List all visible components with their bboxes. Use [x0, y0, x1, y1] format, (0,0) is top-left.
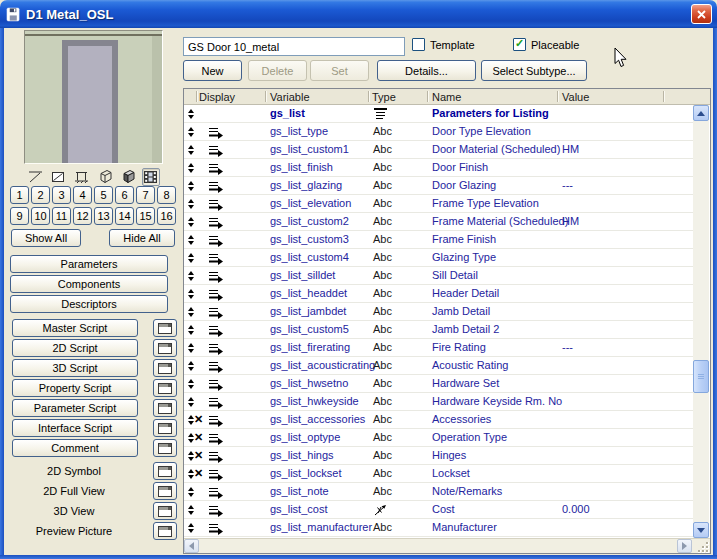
number-button-11[interactable]: 11 [52, 207, 71, 225]
display-in-list-icon[interactable] [208, 504, 224, 519]
display-in-list-icon[interactable] [208, 414, 224, 429]
number-button-16[interactable]: 16 [157, 207, 176, 225]
descriptors-button[interactable]: Descriptors [10, 295, 168, 313]
wire-3d-cube-icon[interactable] [96, 168, 114, 186]
scroll-up-button[interactable] [693, 105, 709, 121]
2d-full-view-window-button[interactable] [153, 482, 177, 500]
parameters-button[interactable]: Parameters [10, 255, 168, 273]
param-row-gs_list_firerating[interactable]: gs_list_fireratingAbcFire Rating--- [184, 339, 694, 357]
param-row-gs_list_custom3[interactable]: gs_list_custom3AbcFrame Finish [184, 231, 694, 249]
display-in-list-icon[interactable] [208, 432, 224, 447]
reorder-handle-icon[interactable] [188, 163, 194, 173]
number-button-8[interactable]: 8 [157, 186, 176, 204]
2d-symbol-window-button[interactable] [153, 462, 177, 480]
2d-script-window-button[interactable] [153, 339, 177, 357]
param-row-gs_list_finish[interactable]: gs_list_finishAbcDoor Finish [184, 159, 694, 177]
param-row-gs_list_type[interactable]: gs_list_typeAbcDoor Type Elevation [184, 123, 694, 141]
reorder-handle-icon[interactable] [188, 379, 194, 389]
reorder-handle-icon[interactable] [188, 145, 194, 155]
number-button-7[interactable]: 7 [136, 186, 155, 204]
param-row-gs_list_accessories[interactable]: ✕gs_list_accessoriesAbcAccessories [184, 411, 694, 429]
display-in-list-icon[interactable] [208, 252, 224, 267]
param-row-gs_list_custom1[interactable]: gs_list_custom1AbcDoor Material (Schedul… [184, 141, 694, 159]
display-in-list-icon[interactable] [208, 396, 224, 411]
reorder-handle-icon[interactable] [188, 343, 194, 353]
number-button-3[interactable]: 3 [52, 186, 71, 204]
param-row-gs_list_custom2[interactable]: gs_list_custom2AbcFrame Material (Schedu… [184, 213, 694, 231]
placeable-checkbox[interactable]: ✓ [513, 38, 526, 51]
close-button[interactable] [691, 4, 712, 24]
comment-button[interactable]: Comment [12, 439, 138, 457]
display-in-list-icon[interactable] [208, 162, 224, 177]
param-row-gs_list_silldet[interactable]: gs_list_silldetAbcSill Detail [184, 267, 694, 285]
master-script-button[interactable]: Master Script [12, 319, 138, 337]
param-row-gs_list_cost[interactable]: gs_list_costCost0.000 [184, 501, 694, 519]
display-in-list-icon[interactable] [208, 288, 224, 303]
interface-script-window-button[interactable] [153, 419, 177, 437]
show-all-button[interactable]: Show All [11, 229, 81, 247]
param-row-gs_list_jambdet[interactable]: gs_list_jambdetAbcJamb Detail [184, 303, 694, 321]
number-button-12[interactable]: 12 [73, 207, 92, 225]
reorder-handle-icon[interactable] [188, 325, 194, 335]
3d-view-window-button[interactable] [153, 502, 177, 520]
reorder-handle-icon[interactable] [188, 307, 194, 317]
reorder-handle-icon[interactable] [188, 487, 194, 497]
display-in-list-icon[interactable] [208, 180, 224, 195]
select-subtype-button[interactable]: Select Subtype... [481, 60, 587, 81]
display-in-list-icon[interactable] [208, 486, 224, 501]
reorder-handle-icon[interactable] [188, 235, 194, 245]
param-row-gs_list_glazing[interactable]: gs_list_glazingAbcDoor Glazing--- [184, 177, 694, 195]
param-row-gs_list_optype[interactable]: ✕gs_list_optypeAbcOperation Type [184, 429, 694, 447]
details-button[interactable]: Details... [377, 60, 476, 81]
vertical-scrollbar[interactable] [693, 105, 709, 538]
scroll-left-button[interactable] [184, 539, 199, 553]
object-name-input[interactable] [183, 37, 405, 56]
param-row-gs_list_headdet[interactable]: gs_list_headdetAbcHeader Detail [184, 285, 694, 303]
reorder-handle-icon[interactable] [188, 253, 194, 263]
number-button-1[interactable]: 1 [10, 186, 29, 204]
3d-script-window-button[interactable] [153, 359, 177, 377]
param-row-gs_list_acousticrating[interactable]: gs_list_acousticratingAbcAcoustic Rating [184, 357, 694, 375]
reorder-handle-icon[interactable] [188, 505, 194, 515]
param-row-gs_list_hwkeyside[interactable]: gs_list_hwkeysideAbcHardware Keyside Rm.… [184, 393, 694, 411]
resize-grip[interactable] [695, 540, 710, 554]
param-row-gs_list_custom4[interactable]: gs_list_custom4AbcGlazing Type [184, 249, 694, 267]
param-row-gs_list_hwsetno[interactable]: gs_list_hwsetnoAbcHardware Set [184, 375, 694, 393]
display-in-list-icon[interactable] [208, 378, 224, 393]
number-button-4[interactable]: 4 [73, 186, 92, 204]
display-in-list-icon[interactable] [208, 270, 224, 285]
template-checkbox[interactable]: ✓ [412, 38, 425, 51]
number-button-6[interactable]: 6 [115, 186, 134, 204]
horizontal-scrollbar[interactable] [184, 538, 710, 553]
display-in-list-icon[interactable] [208, 342, 224, 357]
parameter-script-window-button[interactable] [153, 399, 177, 417]
parameter-script-button[interactable]: Parameter Script [12, 399, 138, 417]
number-button-14[interactable]: 14 [115, 207, 134, 225]
hatch-2d-icon[interactable] [50, 168, 68, 186]
display-in-list-icon[interactable] [208, 360, 224, 375]
display-in-list-icon[interactable] [208, 324, 224, 339]
param-row-gs_list_lockset[interactable]: ✕gs_list_locksetAbcLockset [184, 465, 694, 483]
vertical-scroll-thumb[interactable] [693, 360, 709, 393]
param-row-gs_list_custom5[interactable]: gs_list_custom5AbcJamb Detail 2 [184, 321, 694, 339]
reorder-handle-icon[interactable] [188, 361, 194, 371]
display-in-list-icon[interactable] [208, 234, 224, 249]
param-row-gs_list_hings[interactable]: ✕gs_list_hingsAbcHinges [184, 447, 694, 465]
property-script-window-button[interactable] [153, 379, 177, 397]
display-in-list-icon[interactable] [208, 144, 224, 159]
reorder-handle-icon[interactable] [188, 523, 194, 533]
number-button-5[interactable]: 5 [94, 186, 113, 204]
reorder-handle-icon[interactable] [188, 397, 194, 407]
preview-picture-window-button[interactable] [153, 522, 177, 540]
master-script-window-button[interactable] [153, 319, 177, 337]
param-row-gs_list_note[interactable]: gs_list_noteAbcNote/Remarks [184, 483, 694, 501]
reorder-handle-icon[interactable] [188, 127, 194, 137]
3d-script-button[interactable]: 3D Script [12, 359, 138, 377]
reorder-handle-icon[interactable] [188, 181, 194, 191]
interface-script-button[interactable]: Interface Script [12, 419, 138, 437]
reorder-handle-icon[interactable] [188, 199, 194, 209]
display-in-list-icon[interactable] [208, 522, 224, 537]
2d-script-button[interactable]: 2D Script [12, 339, 138, 357]
components-button[interactable]: Components [10, 275, 168, 293]
reorder-handle-icon[interactable] [188, 217, 194, 227]
